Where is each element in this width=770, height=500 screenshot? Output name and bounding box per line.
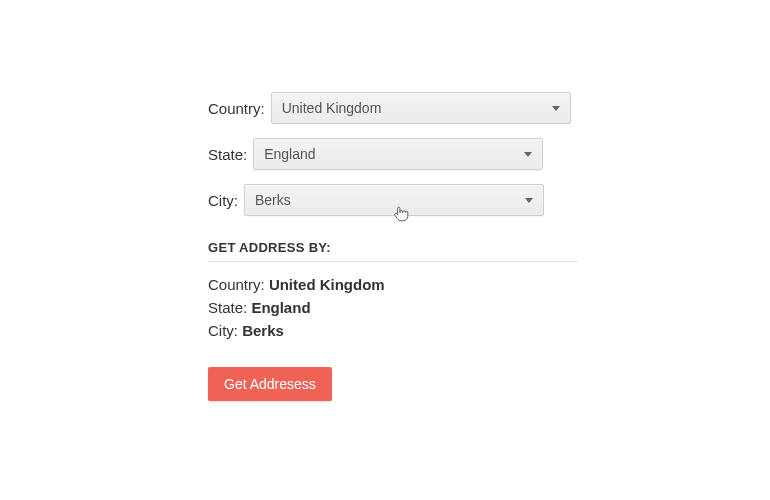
city-select-value: Berks [255, 192, 291, 208]
city-select[interactable]: Berks [244, 184, 544, 216]
summary-city-value: Berks [242, 322, 284, 339]
country-select-value: United Kingdom [282, 100, 382, 116]
summary-state: State: England [208, 299, 578, 316]
state-select[interactable]: England [253, 138, 543, 170]
divider [208, 261, 578, 262]
summary-country-label: Country: [208, 276, 265, 293]
summary-city: City: Berks [208, 322, 578, 339]
get-addresses-button[interactable]: Get Addresess [208, 367, 332, 401]
state-label: State: [208, 146, 247, 163]
state-row: State: England [208, 138, 578, 170]
summary-country-value: United Kingdom [269, 276, 385, 293]
state-select-value: England [264, 146, 315, 162]
chevron-down-icon [525, 198, 533, 203]
summary-state-value: England [251, 299, 310, 316]
city-row: City: Berks [208, 184, 578, 216]
country-select[interactable]: United Kingdom [271, 92, 571, 124]
summary-city-label: City: [208, 322, 238, 339]
chevron-down-icon [524, 152, 532, 157]
chevron-down-icon [552, 106, 560, 111]
address-form: Country: United Kingdom State: England C… [208, 92, 578, 401]
section-title: GET ADDRESS BY: [208, 240, 578, 255]
summary-state-label: State: [208, 299, 247, 316]
city-label: City: [208, 192, 238, 209]
summary-country: Country: United Kingdom [208, 276, 578, 293]
country-label: Country: [208, 100, 265, 117]
country-row: Country: United Kingdom [208, 92, 578, 124]
